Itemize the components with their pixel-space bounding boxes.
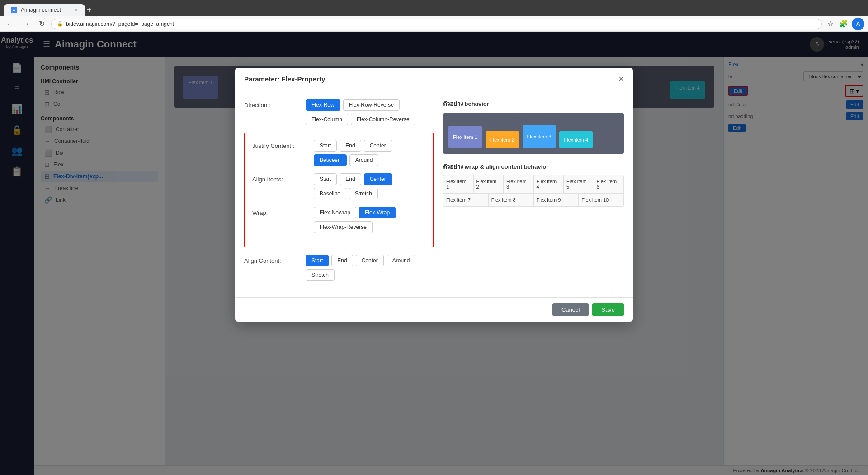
align-content-center[interactable]: Center	[356, 255, 384, 266]
align-content-start[interactable]: Start	[306, 255, 329, 266]
bookmark-button[interactable]: ☆	[826, 18, 835, 30]
modal-close-button[interactable]: ×	[618, 74, 624, 83]
justify-content-label: Justify Content :	[252, 140, 307, 149]
wrap-row-1: Flex item 1 Flex item 2 Flex item 3 Flex…	[443, 175, 623, 194]
preview-wrap-title: ตัวอย่าง wrap & align content behavior	[443, 163, 624, 171]
wrap-cell-2-3: Flex item 9	[534, 194, 579, 206]
extensions-button[interactable]: 🧩	[837, 18, 850, 30]
modal-preview: ตัวอย่าง behavior Flex item 1 Flex item …	[443, 99, 624, 288]
cancel-button[interactable]: Cancel	[552, 303, 589, 316]
align-items-controls: Start End Center Baseline Stretch	[314, 173, 426, 200]
modal-title: Parameter: Flex-Property	[244, 75, 325, 83]
justify-around[interactable]: Around	[349, 154, 379, 166]
wrap-cell-1-4: Flex item 4	[534, 175, 564, 193]
nav-back-button[interactable]: ←	[4, 19, 16, 29]
wrap-nowrap[interactable]: Flex-Nowrap	[314, 207, 356, 218]
wrap-preview-table: Flex item 1 Flex item 2 Flex item 3 Flex…	[443, 175, 624, 207]
align-content-controls: Start End Center Around Stretch	[306, 255, 434, 281]
justify-between[interactable]: Between	[314, 154, 347, 166]
modal-body: Direction : Flex-Row Flex-Row-Reverse Fl…	[235, 90, 633, 297]
align-content-row: Align Content: Start End Center Around S…	[244, 255, 434, 281]
address-bar[interactable]: 🔒 bidev.aimagin.com/?_pageId=_page_amgcn…	[51, 19, 822, 29]
modal-backdrop: Parameter: Flex-Property × Direction : F…	[0, 32, 868, 475]
nav-refresh-button[interactable]: ↻	[36, 19, 47, 29]
wrap-cell-2-2: Flex item 8	[489, 194, 534, 206]
align-items-label: Align Items:	[252, 173, 307, 183]
tab-title: Aimagin connect	[21, 7, 61, 13]
direction-row: Direction : Flex-Row Flex-Row-Reverse Fl…	[244, 99, 434, 125]
wrap-cell-2-1: Flex item 7	[443, 194, 489, 206]
preview-behavior-title: ตัวอย่าง behavior	[443, 99, 624, 109]
direction-label: Direction :	[244, 99, 298, 109]
align-content-label: Align Content:	[244, 255, 298, 264]
align-content-around[interactable]: Around	[387, 255, 416, 266]
direction-flex-row[interactable]: Flex-Row	[306, 99, 340, 111]
align-content-stretch[interactable]: Stretch	[306, 269, 335, 281]
direction-controls: Flex-Row Flex-Row-Reverse Flex-Column Fl…	[306, 99, 434, 125]
tab-close-btn[interactable]: ×	[75, 7, 78, 13]
wrap-cell-1-1: Flex item 1	[443, 175, 474, 193]
direction-flex-column[interactable]: Flex-Column	[306, 114, 348, 125]
browser-tab[interactable]: A Aimagin connect ×	[4, 4, 85, 16]
align-items-center[interactable]: Center	[364, 173, 392, 185]
wrap-cell-1-5: Flex item 5	[564, 175, 594, 193]
save-button[interactable]: Save	[592, 303, 624, 316]
align-items-row: Align Items: Start End Center Baseline S…	[252, 173, 426, 200]
justify-content-controls: Start End Center Between Around	[314, 140, 426, 166]
modal-controls: Direction : Flex-Row Flex-Row-Reverse Fl…	[244, 99, 434, 288]
justify-end[interactable]: End	[340, 140, 361, 152]
justify-center[interactable]: Center	[364, 140, 392, 152]
wrap-row-2: Flex item 7 Flex item 8 Flex item 9 Flex…	[443, 194, 623, 206]
browser-chrome: A Aimagin connect × + ← → ↻ 🔒 bidev.aima…	[0, 0, 868, 32]
preview-item-1: Flex item 1	[448, 126, 482, 148]
justify-content-row: Justify Content : Start End Center Betwe…	[252, 140, 426, 166]
nav-forward-button[interactable]: →	[20, 19, 33, 29]
wrap-controls: Flex-Nowrap Flex-Wrap Flex-Wrap-Reverse	[314, 207, 426, 233]
wrap-wrap[interactable]: Flex-Wrap	[359, 207, 396, 218]
align-items-end[interactable]: End	[340, 173, 361, 185]
modal-header: Parameter: Flex-Property ×	[235, 68, 633, 90]
modal-footer: Cancel Save	[235, 297, 633, 322]
wrap-cell-1-2: Flex item 2	[474, 175, 504, 193]
wrap-cell-1-6: Flex item 6	[594, 175, 624, 193]
align-items-start[interactable]: Start	[314, 173, 337, 185]
direction-flex-row-reverse[interactable]: Flex-Row-Reverse	[343, 99, 400, 111]
nav-bar: ← → ↻ 🔒 bidev.aimagin.com/?_pageId=_page…	[0, 16, 868, 32]
wrap-row: Wrap: Flex-Nowrap Flex-Wrap Flex-Wrap-Re…	[252, 207, 426, 233]
address-text: bidev.aimagin.com/?_pageId=_page_amgcnt	[66, 21, 174, 27]
nav-actions: ☆ 🧩 A	[826, 18, 864, 30]
lock-icon: 🔒	[57, 21, 63, 27]
new-tab-button[interactable]: +	[87, 5, 92, 15]
preview-item-4: Flex item 4	[559, 131, 593, 148]
justify-start[interactable]: Start	[314, 140, 337, 152]
highlighted-section: Justify Content : Start End Center Betwe…	[244, 133, 434, 247]
preview-item-3: Flex item 3	[523, 125, 556, 148]
wrap-cell-2-4: Flex item 10	[579, 194, 623, 206]
profile-button[interactable]: A	[852, 18, 864, 30]
direction-flex-column-reverse[interactable]: Flex-Column-Reverse	[351, 114, 415, 125]
wrap-cell-1-3: Flex item 3	[504, 175, 534, 193]
align-items-stretch[interactable]: Stretch	[349, 188, 378, 200]
modal-flex-property: Parameter: Flex-Property × Direction : F…	[235, 68, 633, 322]
align-items-baseline[interactable]: Baseline	[314, 188, 346, 200]
tab-bar: A Aimagin connect × +	[0, 0, 868, 16]
preview-item-2: Flex item 2	[486, 131, 519, 148]
preview-behavior-container: Flex item 1 Flex item 2 Flex item 3 Flex…	[443, 113, 624, 154]
wrap-label: Wrap:	[252, 207, 307, 216]
wrap-reverse[interactable]: Flex-Wrap-Reverse	[314, 221, 373, 233]
tab-favicon: A	[11, 7, 17, 13]
align-content-end[interactable]: End	[331, 255, 353, 266]
